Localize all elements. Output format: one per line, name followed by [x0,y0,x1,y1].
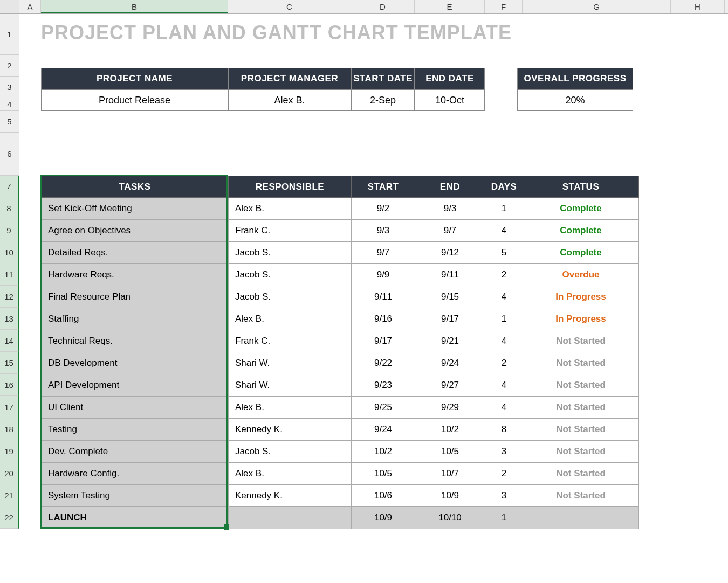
cell-start[interactable]: 9/17 [352,330,415,352]
cell-days[interactable]: 8 [485,419,523,441]
cell-start-date[interactable]: 2-Sep [351,89,415,111]
cell-days[interactable]: 2 [485,352,523,374]
cell-status[interactable]: Complete [523,220,639,242]
row-header-6[interactable]: 6 [0,133,19,176]
row-header-7[interactable]: 7 [0,176,19,197]
cell-status[interactable]: Not Started [523,463,639,485]
cell-overall-progress[interactable]: 20% [517,89,633,111]
cell-responsible[interactable]: Jacob S. [229,264,352,286]
cell-end[interactable]: 9/11 [415,264,485,286]
row-header-13[interactable]: 13 [0,308,19,330]
cell-days[interactable]: 4 [485,397,523,419]
cell-responsible[interactable]: Alex B. [229,308,352,330]
row-header-14[interactable]: 14 [0,330,19,352]
cell-task-name[interactable]: API Development [42,374,229,397]
row-header-10[interactable]: 10 [0,241,19,263]
row-header-16[interactable]: 16 [0,374,19,396]
cell-end[interactable]: 9/17 [415,308,485,330]
cell-task-name[interactable]: Technical Reqs. [42,330,229,352]
cell-start[interactable]: 9/9 [352,264,415,286]
cell-task-name[interactable]: Staffing [42,308,229,330]
cell-days[interactable]: 5 [485,242,523,264]
cell-start[interactable]: 10/5 [352,463,415,485]
cell-start[interactable]: 9/25 [352,397,415,419]
cell-responsible[interactable]: Shari W. [229,374,352,397]
cell-responsible[interactable]: Jacob S. [229,441,352,463]
row-header-20[interactable]: 20 [0,462,19,484]
cell-start[interactable]: 9/3 [352,220,415,242]
col-header-C[interactable]: C [228,0,351,13]
cell-task-name[interactable]: Agree on Objectives [42,220,229,242]
cell-project-name[interactable]: Product Release [41,89,228,111]
cell-days[interactable]: 1 [485,507,523,529]
cell-task-name[interactable]: LAUNCH [42,507,229,529]
cell-status[interactable]: Not Started [523,397,639,419]
cell-end[interactable]: 9/12 [415,242,485,264]
cell-status[interactable]: Not Started [523,441,639,463]
cell-days[interactable]: 3 [485,485,523,507]
cell-start[interactable]: 9/16 [352,308,415,330]
row-header-12[interactable]: 12 [0,286,19,308]
row-header-9[interactable]: 9 [0,219,19,241]
cell-start[interactable]: 9/24 [352,419,415,441]
row-header-2[interactable]: 2 [0,55,19,77]
cell-end[interactable]: 10/10 [415,507,485,529]
cell-status[interactable]: In Progress [523,308,639,330]
cell-end[interactable]: 9/29 [415,397,485,419]
cell-days[interactable]: 4 [485,220,523,242]
cell-start[interactable]: 9/11 [352,286,415,308]
cell-responsible[interactable]: Jacob S. [229,286,352,308]
row-header-21[interactable]: 21 [0,484,19,506]
cell-start[interactable]: 10/2 [352,441,415,463]
cell-status[interactable]: Not Started [523,374,639,397]
cell-responsible[interactable]: Alex B. [229,463,352,485]
row-header-22[interactable]: 22 [0,506,19,529]
row-header-4[interactable]: 4 [0,98,19,111]
row-header-15[interactable]: 15 [0,352,19,374]
cell-status[interactable]: Not Started [523,352,639,374]
cell-days[interactable]: 4 [485,374,523,397]
cell-responsible[interactable]: Frank C. [229,330,352,352]
row-header-3[interactable]: 3 [0,77,19,98]
cell-task-name[interactable]: UI Client [42,397,229,419]
cell-start[interactable]: 9/7 [352,242,415,264]
cell-task-name[interactable]: DB Development [42,352,229,374]
cell-responsible[interactable]: Kennedy K. [229,419,352,441]
cell-status[interactable]: Complete [523,198,639,220]
cell-start[interactable]: 10/9 [352,507,415,529]
cell-status[interactable]: In Progress [523,286,639,308]
row-header-18[interactable]: 18 [0,418,19,440]
col-header-D[interactable]: D [351,0,415,13]
cell-status[interactable] [523,507,639,529]
row-header-19[interactable]: 19 [0,440,19,462]
select-all-corner[interactable] [0,0,19,14]
cell-responsible[interactable]: Jacob S. [229,242,352,264]
cell-end[interactable]: 9/21 [415,330,485,352]
cell-days[interactable]: 4 [485,330,523,352]
cell-end[interactable]: 10/9 [415,485,485,507]
cell-end-date[interactable]: 10-Oct [415,89,485,111]
row-header-8[interactable]: 8 [0,197,19,219]
cell-start[interactable]: 9/23 [352,374,415,397]
col-header-B[interactable]: B [41,0,228,13]
cell-responsible[interactable]: Shari W. [229,352,352,374]
cell-days[interactable]: 1 [485,198,523,220]
cell-responsible[interactable]: Alex B. [229,198,352,220]
cell-end[interactable]: 9/24 [415,352,485,374]
cell-start[interactable]: 10/6 [352,485,415,507]
cell-responsible[interactable]: Alex B. [229,397,352,419]
row-header-5[interactable]: 5 [0,111,19,133]
cell-task-name[interactable]: Hardware Config. [42,463,229,485]
cell-end[interactable]: 9/27 [415,374,485,397]
cell-days[interactable]: 2 [485,463,523,485]
cell-task-name[interactable]: System Testing [42,485,229,507]
cell-end[interactable]: 9/7 [415,220,485,242]
worksheet-area[interactable]: PROJECT PLAN AND GANTT CHART TEMPLATE PR… [19,14,728,583]
cell-responsible[interactable]: Kennedy K. [229,485,352,507]
cell-end[interactable]: 9/3 [415,198,485,220]
cell-end[interactable]: 10/2 [415,419,485,441]
cell-status[interactable]: Not Started [523,485,639,507]
cell-task-name[interactable]: Detailed Reqs. [42,242,229,264]
cell-days[interactable]: 4 [485,286,523,308]
cell-status[interactable]: Not Started [523,419,639,441]
